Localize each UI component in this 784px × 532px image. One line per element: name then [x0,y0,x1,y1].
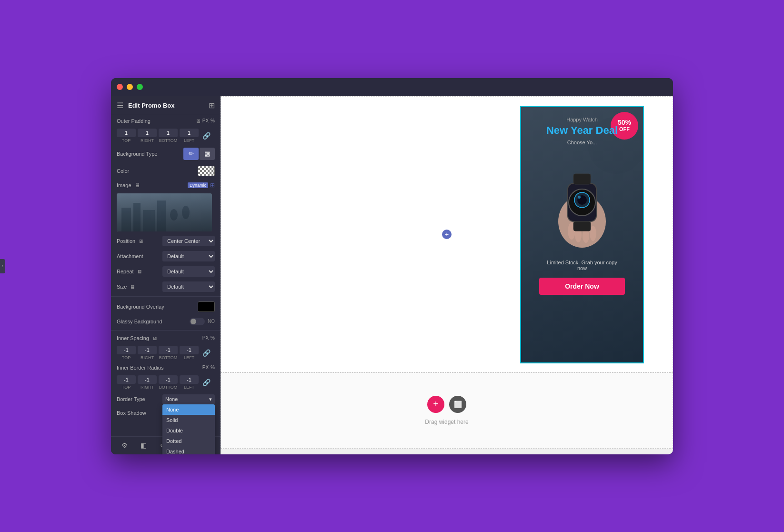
color-swatch[interactable] [198,166,215,176]
inner-bottom-label: BOTTOM [159,355,177,360]
inner-bottom-input[interactable] [159,346,178,354]
outer-right-input[interactable] [138,129,157,137]
attachment-label: Attachment [117,253,143,259]
outer-right-wrap: RIGHT [138,129,157,143]
image-preview[interactable] [117,193,212,231]
outer-bottom-wrap: BOTTOM [159,129,178,143]
promo-card: 50% OFF Happy Watch New Year Deal Choose… [521,107,643,362]
outer-left-wrap: LEFT [180,129,199,143]
layers-icon[interactable]: ◧ [141,442,147,449]
color-row: Color [111,163,221,179]
inner-top-wrap: TOP [117,346,136,360]
sidebar: ☰ Edit Promo Box ⊞ Outer Padding 🖥 PX % … [111,96,221,454]
outer-padding-row: Outer Padding 🖥 PX % [111,115,221,127]
attachment-select[interactable]: Default Scroll Fixed [162,251,215,261]
app-window: ☰ Edit Promo Box ⊞ Outer Padding 🖥 PX % … [111,78,673,454]
svg-rect-18 [573,221,591,231]
link-icon-br[interactable]: 🔗 [202,379,211,386]
canvas-center-plus: + [442,230,452,239]
percent-br[interactable]: % [211,365,215,370]
link-icon-inner[interactable]: 🔗 [202,349,211,357]
border-option-solid[interactable]: Solid [162,415,215,425]
window-content: ☰ Edit Promo Box ⊞ Outer Padding 🖥 PX % … [111,96,673,454]
bg-type-gradient-btn[interactable]: ✏ [183,148,199,160]
dynamic-icon: ⊞ [210,182,215,189]
border-type-menu: None Solid Double Dotted Dashed Groove [162,404,215,454]
settings-icon[interactable]: ⚙ [121,442,128,449]
border-option-double[interactable]: Double [162,425,215,436]
inner-border-radius-row: Inner Border Radius PX % [111,362,221,373]
br-left-label: LEFT [184,385,194,390]
outer-left-label: LEFT [184,138,194,143]
toggle-label: NO [208,319,215,324]
monitor-icon: 🖥 [195,118,201,124]
position-row: Position 🖥 Center Center Top Left Top Ce… [111,233,221,249]
inner-left-input[interactable] [180,346,199,354]
br-top-input[interactable] [117,375,136,384]
px-label-br[interactable]: PX [202,365,209,370]
px-label-inner[interactable]: PX [202,335,209,341]
border-option-none[interactable]: None [162,404,215,415]
inner-right-input[interactable] [138,346,157,354]
outer-top-input[interactable]: 1 [117,129,136,137]
glassy-toggle[interactable] [190,318,205,325]
title-bar [111,78,673,96]
percent-inner[interactable]: % [211,335,215,341]
tl-green[interactable] [137,84,143,90]
add-element-btn[interactable]: + [442,230,452,239]
chevron-down-icon: ▾ [209,396,212,402]
outer-bottom-input[interactable] [159,129,178,137]
promo-order-btn[interactable]: Order Now [539,278,624,295]
inner-br-controls: PX % [202,365,215,370]
image-preview-overlay [117,193,212,231]
inner-spacing-controls: PX % [202,335,215,341]
bg-type-solid-btn[interactable]: ▩ [200,148,215,160]
border-option-dotted[interactable]: Dotted [162,436,215,446]
bg-type-buttons: ✏ ▩ [183,148,215,160]
border-type-row: Border Type None ▾ None Solid Double Dot… [111,391,221,407]
divider-1 [111,296,221,297]
size-row: Size 🖥 Default Auto Cover Contain [111,279,221,294]
br-right-input[interactable] [138,375,157,384]
hamburger-icon[interactable]: ☰ [117,101,123,110]
grid-icon[interactable]: ⊞ [209,101,215,110]
inner-border-radius-label: Inner Border Radius [117,365,163,371]
sidebar-header: ☰ Edit Promo Box ⊞ [111,96,221,115]
promo-choose: Choose Yo... [529,140,635,145]
inner-spacing-inputs: TOP RIGHT BOTTOM LEFT 🔗 [111,344,221,362]
drag-area: + ⬜ Drag widget here [221,373,673,448]
repeat-select[interactable]: Default No Repeat Repeat Repeat-X Repeat… [162,266,215,277]
br-left-input[interactable] [180,375,199,384]
px-label[interactable]: PX [202,118,209,123]
bg-type-label: Background Type [117,151,157,157]
canvas-row-bottom: + ⬜ Drag widget here [221,372,673,449]
br-bottom-input[interactable] [159,375,178,384]
border-option-dashed[interactable]: Dashed [162,446,215,454]
border-type-btn[interactable]: None ▾ [162,394,215,404]
tl-red[interactable] [117,84,123,90]
percent-icon[interactable]: % [211,118,215,123]
position-select[interactable]: Center Center Top Left Top Center Top Ri… [162,236,215,246]
bg-type-row: Background Type ✏ ▩ [111,145,221,163]
border-type-dropdown[interactable]: None ▾ None Solid Double Dotted Dashed G… [162,394,215,404]
widget-btn[interactable]: ⬜ [449,396,466,413]
monitor-icon-image: 🖥 [134,182,140,189]
overlay-swatch[interactable] [198,301,215,312]
promo-content: Happy Watch New Year Deal Choose Yo... [529,117,635,150]
link-icon-outer[interactable]: 🔗 [202,132,211,140]
size-select[interactable]: Default Auto Cover Contain [162,281,215,292]
glassy-label: Glassy Background [117,319,162,324]
monitor-icon-repeat: 🖥 [137,269,142,274]
outer-top-label: TOP [122,138,131,143]
watch-svg [549,155,615,250]
add-widget-btn[interactable]: + [427,396,444,413]
repeat-label: Repeat 🖥 [117,269,142,274]
overlay-label: Background Overlay [117,304,164,310]
tl-yellow[interactable] [127,84,133,90]
repeat-row: Repeat 🖥 Default No Repeat Repeat Repeat… [111,264,221,279]
drag-text: Drag widget here [425,419,468,425]
inner-top-input[interactable] [117,346,136,354]
br-right-label: RIGHT [141,385,154,390]
outer-left-input[interactable] [180,129,199,137]
glassy-row: Glassy Background NO [111,315,221,328]
